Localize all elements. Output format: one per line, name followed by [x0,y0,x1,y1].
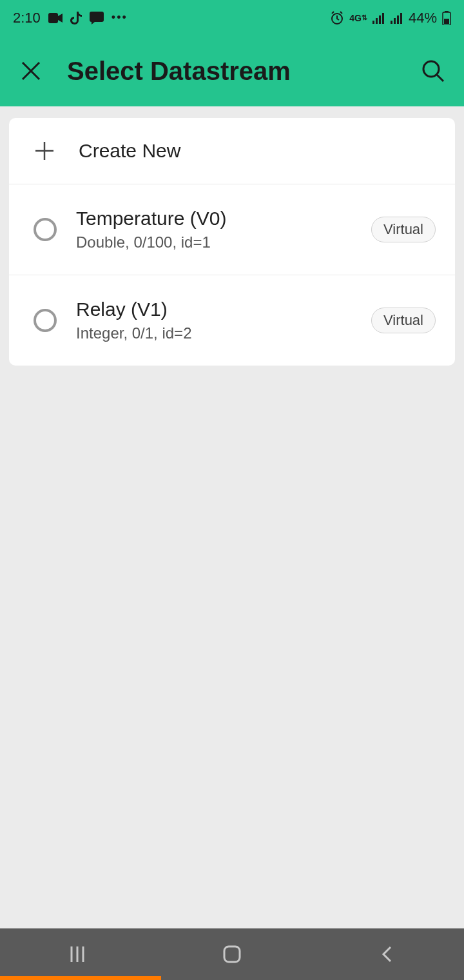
close-button[interactable] [18,58,44,84]
content-area: Create New Temperature (V0) Double, 0/10… [0,106,464,377]
nav-back-button[interactable] [354,938,419,970]
create-new-button[interactable]: Create New [9,118,455,184]
search-button[interactable] [420,58,446,84]
nav-indicator [0,976,161,980]
video-icon [48,13,63,23]
radio-unselected[interactable] [34,218,57,241]
nav-recents-button[interactable] [45,938,110,970]
datastream-text: Temperature (V0) Double, 0/100, id=1 [76,208,352,251]
svg-rect-3 [376,18,378,24]
battery-text: 44% [409,10,437,26]
nav-home-button[interactable] [200,938,264,970]
network-4g-icon: 4G⇅ [349,14,367,23]
tiktok-icon [70,12,82,24]
datastream-row[interactable]: Relay (V1) Integer, 0/1, id=2 Virtual [9,275,455,366]
svg-rect-5 [382,13,384,24]
svg-rect-7 [394,18,396,24]
svg-point-13 [423,61,439,77]
battery-icon [442,11,451,25]
radio-unselected[interactable] [34,309,57,332]
navigation-bar [0,928,464,980]
svg-rect-14 [224,946,240,962]
svg-rect-12 [444,19,449,24]
chat-icon [90,12,104,24]
svg-rect-2 [372,21,374,24]
svg-rect-0 [48,13,58,23]
status-time: 2:10 [13,10,41,26]
app-bar: Select Datastream [0,35,464,106]
svg-rect-8 [397,15,399,24]
datastream-title: Temperature (V0) [76,208,352,230]
datastream-card: Create New Temperature (V0) Double, 0/10… [9,118,455,366]
status-bar: 2:10 ••• 4G⇅ 44% [0,0,464,35]
type-badge: Virtual [371,217,436,242]
svg-rect-6 [391,21,392,24]
more-icon: ••• [111,11,128,24]
signal-icon-2 [391,12,403,24]
plus-icon [34,140,55,162]
status-left: 2:10 ••• [13,10,128,26]
status-right: 4G⇅ 44% [330,10,451,26]
type-badge: Virtual [371,308,436,333]
page-title: Select Datastream [67,57,397,86]
datastream-row[interactable]: Temperature (V0) Double, 0/100, id=1 Vir… [9,184,455,275]
create-new-label: Create New [79,140,180,162]
datastream-text: Relay (V1) Integer, 0/1, id=2 [76,299,352,342]
svg-rect-4 [379,15,381,24]
alarm-icon [330,11,344,25]
datastream-subtitle: Double, 0/100, id=1 [76,233,352,251]
datastream-subtitle: Integer, 0/1, id=2 [76,324,352,342]
svg-rect-9 [400,13,402,24]
signal-icon [372,12,385,24]
datastream-title: Relay (V1) [76,299,352,320]
